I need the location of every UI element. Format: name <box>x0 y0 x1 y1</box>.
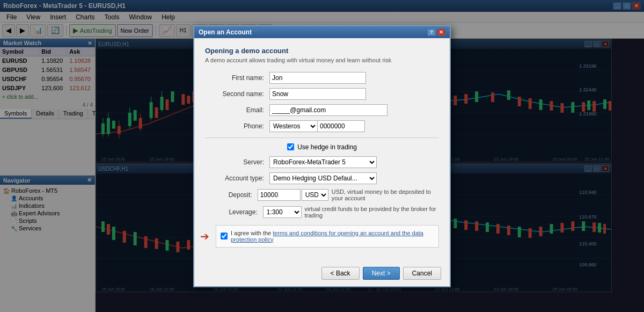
account-type-label: Account type: <box>205 175 269 182</box>
dialog-title: Open an Account <box>199 28 252 36</box>
dialog-subtext: A demo account allows trading with virtu… <box>205 57 439 63</box>
account-type-select[interactable]: Demo Hedging USD Defaul... <box>269 172 377 184</box>
firstname-label: First name: <box>205 74 269 82</box>
open-account-dialog: Open an Account ? ✕ Opening a demo accou… <box>193 25 451 287</box>
deposit-label: Deposit: <box>205 191 258 199</box>
back-button[interactable]: < Back <box>321 267 360 280</box>
phone-country-select[interactable]: Westeros <box>269 120 318 132</box>
arrow-indicator: ➔ <box>200 230 209 243</box>
terms-text: I agree with the terms and conditions fo… <box>231 230 434 243</box>
hedge-checkbox[interactable] <box>287 143 294 150</box>
leverage-info: virtual credit funds to be provided by t… <box>305 206 439 219</box>
terms-checkbox[interactable] <box>221 233 228 240</box>
leverage-select[interactable]: 1:300 <box>263 206 302 218</box>
hedge-label: Use hedge in trading <box>297 143 357 151</box>
next-button[interactable]: Next > <box>363 267 400 280</box>
secondname-label: Second name: <box>205 90 269 98</box>
dialog-window-controls: ? ✕ <box>427 28 445 36</box>
cancel-button[interactable]: Cancel <box>403 267 441 280</box>
form-row-phone: Phone: Westeros <box>205 120 439 132</box>
form-row-firstname: First name: <box>205 72 439 84</box>
phone-label: Phone: <box>205 122 269 130</box>
email-label: Email: <box>205 106 269 114</box>
dialog-content: Opening a demo account A demo account al… <box>194 38 450 263</box>
server-label: Server: <box>205 158 269 166</box>
phone-number-input[interactable] <box>318 120 365 132</box>
dialog-close-button[interactable]: ✕ <box>437 28 445 36</box>
form-row-leverage: Leverage: 1:300 virtual credit funds to … <box>205 206 439 219</box>
deposit-input[interactable] <box>258 189 301 201</box>
email-input[interactable] <box>269 104 387 116</box>
firstname-input[interactable] <box>269 72 366 84</box>
dialog-overlay: Open an Account ? ✕ Opening a demo accou… <box>0 0 644 312</box>
form-row-deposit: Deposit: USD USD, virtual money to be de… <box>205 188 439 201</box>
hedge-checkbox-row: Use hedge in trading <box>205 143 439 151</box>
form-divider-1 <box>205 137 439 138</box>
deposit-currency-select[interactable]: USD <box>302 189 328 201</box>
form-row-account-type: Account type: Demo Hedging USD Defaul... <box>205 172 439 184</box>
server-select[interactable]: RoboForex-MetaTrader 5 <box>269 156 377 168</box>
dialog-titlebar: Open an Account ? ✕ <box>194 26 450 38</box>
secondname-input[interactable] <box>269 88 366 100</box>
dialog-footer: < Back Next > Cancel <box>194 263 450 286</box>
terms-link[interactable]: terms and conditions for opening an acco… <box>231 230 423 243</box>
dialog-help-button[interactable]: ? <box>427 28 436 36</box>
terms-row: ➔ I agree with the terms and conditions … <box>216 225 439 248</box>
form-row-secondname: Second name: <box>205 88 439 100</box>
deposit-info: USD, virtual money to be deposited to yo… <box>332 188 439 201</box>
form-row-server: Server: RoboForex-MetaTrader 5 <box>205 156 439 168</box>
leverage-label: Leverage: <box>205 208 263 216</box>
form-row-email: Email: <box>205 104 439 116</box>
dialog-heading: Opening a demo account <box>205 47 439 55</box>
